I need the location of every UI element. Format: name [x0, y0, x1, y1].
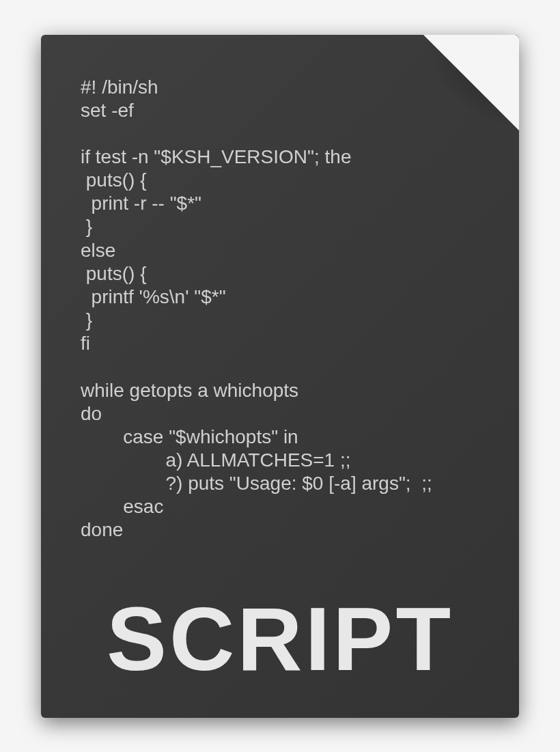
- script-document-icon: #! /bin/sh set -ef if test -n "$KSH_VERS…: [41, 35, 519, 718]
- document-type-label: SCRIPT: [41, 587, 519, 691]
- page-curl-icon: [423, 35, 519, 130]
